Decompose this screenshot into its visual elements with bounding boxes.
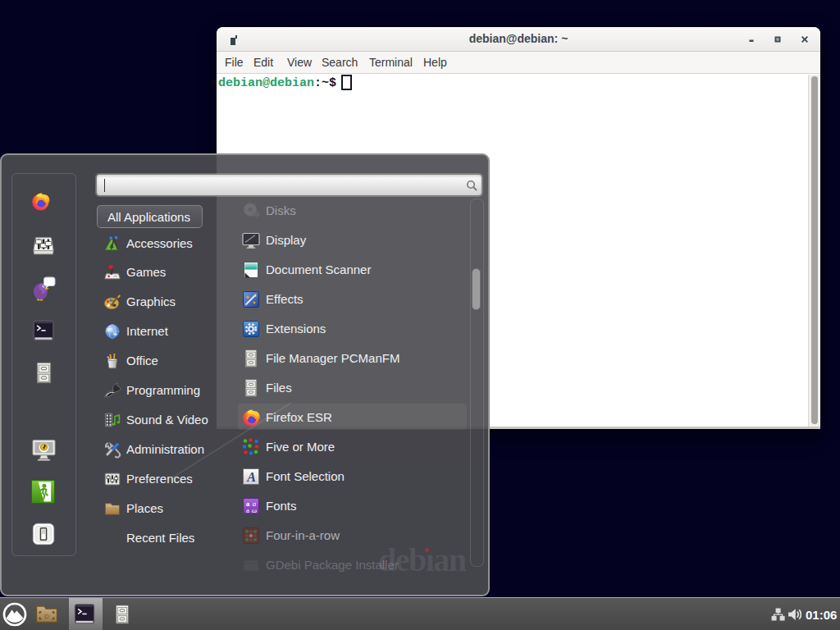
svg-text:A: A bbox=[246, 470, 256, 484]
svg-text:ω: ω bbox=[252, 506, 257, 514]
svg-text:D: D bbox=[44, 613, 49, 620]
svg-text:a: a bbox=[246, 506, 249, 514]
